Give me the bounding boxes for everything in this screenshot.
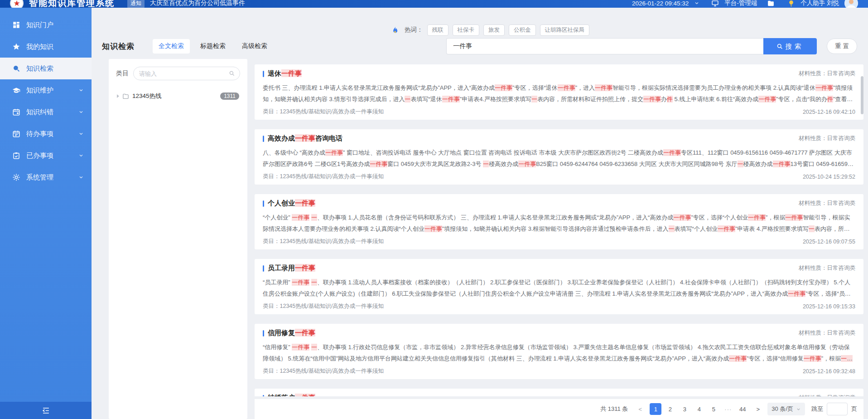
pagination-ellipsis: ···	[722, 403, 734, 415]
caret-right-icon[interactable]	[117, 94, 119, 98]
app-title: 智能知识库管理系统	[29, 0, 115, 8]
result-category: 类目：12345热线/基础知识/高效办成一件事须知	[263, 238, 384, 245]
result-card[interactable]: 结婚落户一件事材料性质：日常咨询类“结婚落户” 一件事 一、联办事项 1. 内地…	[255, 389, 863, 396]
page-number-2[interactable]: 2	[664, 403, 676, 415]
result-timestamp: 2025-12-16 09:15:33	[803, 303, 855, 310]
page-number-4[interactable]: 4	[693, 403, 705, 415]
page-size-select[interactable]: 30 条/页	[767, 403, 805, 415]
hotword-tag[interactable]: 残联	[427, 24, 448, 36]
folder-icon[interactable]	[767, 0, 775, 7]
material-type: 材料性质：日常咨询类	[799, 200, 855, 207]
hotword-tag[interactable]: 公积金	[509, 24, 536, 36]
result-card[interactable]: 高效办成一件事咨询电话材料性质：日常咨询类八、各级中心 “高效办成一件事” 窗口…	[255, 129, 863, 185]
magnifier-icon	[776, 43, 783, 50]
material-type: 材料性质：日常咨询类	[799, 264, 855, 272]
result-title[interactable]: 信用修复一件事	[268, 329, 315, 337]
page-title: 知识检索	[102, 41, 135, 52]
sidebar-item-已办事项[interactable]: 已办事项	[0, 145, 92, 166]
card-accent-bar	[263, 265, 264, 272]
sidebar-item-label: 知识纠错	[26, 108, 53, 117]
chevron-down-icon	[77, 153, 85, 158]
portal-icon	[12, 21, 20, 29]
search-input[interactable]	[446, 38, 763, 54]
hotword-tag[interactable]: 社保卡	[453, 24, 480, 36]
sidebar-item-知识纠错[interactable]: 知识纠错	[0, 101, 92, 123]
result-timestamp: 2025-12-16 09:32:48	[803, 368, 855, 375]
result-card[interactable]: 信用修复一件事材料性质：日常咨询类“信用修复” 一件事 一、联办事项 1.行政处…	[255, 324, 863, 379]
category-filter-input[interactable]	[139, 70, 229, 77]
material-type: 材料性质：日常咨询类	[799, 70, 855, 78]
sidebar-item-系统管理[interactable]: 系统管理	[0, 166, 92, 188]
platform-label[interactable]: 平台-管理端	[724, 0, 757, 7]
result-timestamp: 2025-12-16 09:42:10	[803, 109, 855, 115]
category-panel: 类目 12345热线1311	[109, 59, 247, 419]
result-category: 类目：12345热线/基础知识/高效办成一件事须知	[263, 302, 384, 310]
todo-icon	[12, 130, 20, 138]
result-title[interactable]: 结婚落户一件事	[268, 394, 315, 396]
search-button[interactable]: 搜索	[763, 38, 817, 54]
next-page-button[interactable]: >	[752, 406, 764, 413]
result-card[interactable]: 个人创业一件事材料性质：日常咨询类“个人创业” 一件事 一、联办事项 1.人员花…	[255, 194, 863, 249]
jump-label: 跳至	[811, 405, 823, 413]
sidebar-item-label: 已办事项	[26, 151, 53, 160]
result-timestamp: 2025-10-24 15:29:52	[803, 174, 855, 180]
sidebar-item-label: 知识检索	[26, 64, 53, 73]
page-number-5[interactable]: 5	[708, 403, 719, 415]
sidebar-item-知识维护[interactable]: 知识维护	[0, 79, 92, 101]
tab-标题检索[interactable]: 标题检索	[194, 39, 231, 54]
tab-高级检索[interactable]: 高级检索	[236, 39, 273, 54]
result-title[interactable]: 退休一件事	[268, 69, 302, 78]
tab-全文检索[interactable]: 全文检索	[153, 39, 190, 54]
card-accent-bar	[263, 395, 264, 397]
results-scrollbar[interactable]	[861, 76, 863, 114]
hotword-tag[interactable]: 让胡路区社保局	[540, 24, 590, 36]
sidebar-item-知识门户[interactable]: 知识门户	[0, 14, 92, 36]
result-timestamp: 2025-12-16 09:07:55	[803, 239, 855, 245]
sidebar-collapse-button[interactable]	[0, 402, 92, 419]
category-label: 类目	[116, 69, 129, 78]
tree-node-count-badge: 1311	[220, 93, 239, 100]
sidebar: 知识门户我的知识知识检索知识维护知识纠错待办事项已办事项系统管理	[0, 8, 92, 419]
result-title[interactable]: 高效办成一件事咨询电话	[268, 134, 342, 143]
result-title[interactable]: 员工录用一件事	[268, 264, 315, 273]
collapse-icon	[42, 406, 50, 415]
avatar[interactable]	[844, 0, 858, 8]
monitor-icon[interactable]	[711, 0, 719, 7]
jump-page-input[interactable]	[827, 403, 848, 415]
result-snippet: “员工录用” 一件事 一、联办事项 1.流动人员人事档案接收（档案的接收）（人社…	[263, 277, 855, 299]
result-snippet: “个人创业” 一件事 一、联办事项 1.人员花名册（含身份证号码和联系方式） 三…	[263, 212, 855, 234]
sidebar-item-知识检索[interactable]: 知识检索	[0, 58, 92, 79]
page-number-3[interactable]: 3	[679, 403, 690, 415]
chevron-down-icon	[796, 407, 801, 412]
sidebar-item-label: 待办事项	[26, 130, 53, 138]
pagination-bar: 共 1311 条 < 12345···44 > 30 条/页 跳至 页	[255, 399, 863, 419]
page-number-44[interactable]: 44	[737, 403, 748, 415]
prev-page-button[interactable]: <	[634, 406, 646, 413]
card-accent-bar	[263, 136, 264, 142]
tree-node-label: 12345热线	[132, 92, 162, 100]
sidebar-item-待办事项[interactable]: 待办事项	[0, 123, 92, 145]
hotwords-row: 热词： 残联社保卡旅发公积金让胡路区社保局	[391, 24, 589, 36]
chevron-down-icon	[77, 109, 85, 115]
material-type: 材料性质：日常咨询类	[799, 135, 855, 142]
page-number-1[interactable]: 1	[650, 403, 661, 415]
chevron-down-icon[interactable]	[694, 0, 699, 6]
card-accent-bar	[263, 71, 264, 77]
sidebar-item-我的知识[interactable]: 我的知识	[0, 36, 92, 58]
result-card[interactable]: 退休一件事材料性质：日常咨询类委托书 三、办理流程 1.申请人实名登录黑龙江政务…	[255, 64, 863, 120]
app-logo-icon: ★	[10, 0, 24, 8]
hotword-tag[interactable]: 旅发	[483, 24, 505, 36]
user-label[interactable]: 个人助手 刘悦	[800, 0, 839, 7]
header-datetime: 2026-01-22 09:45:32	[632, 0, 689, 7]
chevron-down-icon	[77, 131, 85, 136]
sidebar-item-label: 系统管理	[26, 173, 53, 182]
result-title[interactable]: 个人创业一件事	[268, 199, 315, 208]
tree-node-12345热线[interactable]: 12345热线1311	[116, 89, 240, 103]
sidebar-item-label: 知识维护	[26, 86, 53, 95]
lightbulb-icon[interactable]	[787, 0, 795, 7]
material-type: 材料性质：日常咨询类	[799, 394, 855, 396]
search-icon[interactable]	[229, 70, 235, 77]
hotwords-label: 热词：	[405, 26, 423, 34]
reset-button[interactable]: 重 置	[827, 39, 857, 54]
result-card[interactable]: 员工录用一件事材料性质：日常咨询类“员工录用” 一件事 一、联办事项 1.流动人…	[255, 259, 863, 314]
